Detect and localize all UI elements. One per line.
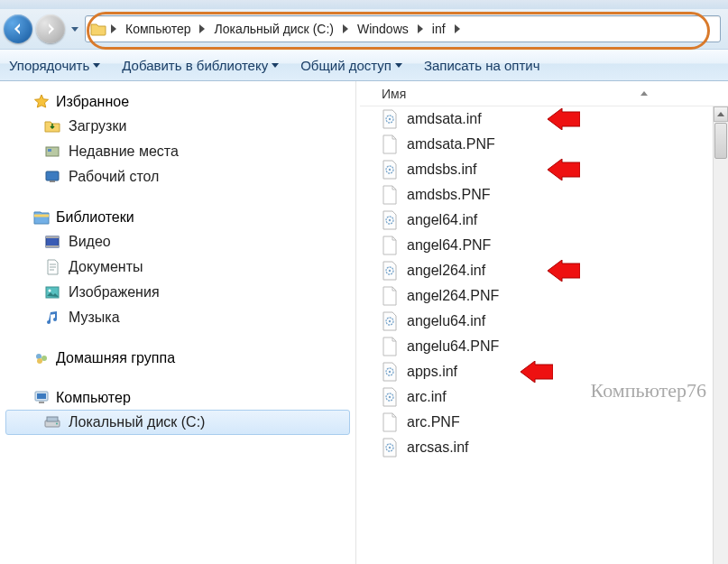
file-name-label: amdsbs.PNF	[407, 187, 490, 203]
svg-rect-13	[37, 393, 46, 399]
window-glass-top	[0, 0, 728, 9]
file-list-pane: Имя amdsata.infamdsata.PNFamdsbs.infamds…	[356, 81, 728, 564]
breadcrumb-arrow[interactable]	[196, 17, 208, 41]
toolbar-organize[interactable]: Упорядочить	[9, 58, 100, 73]
sidebar-item-music[interactable]: Музыка	[5, 305, 350, 330]
sidebar-item-pictures[interactable]: Изображения	[5, 280, 350, 305]
file-row[interactable]: angel64.inf	[360, 208, 728, 233]
file-row[interactable]: amdsbs.PNF	[360, 182, 728, 208]
desktop-icon	[43, 168, 61, 186]
toolbar: Упорядочить Добавить в библиотеку Общий …	[0, 49, 728, 81]
pnf-file-icon	[382, 185, 398, 205]
column-header-row: Имя	[360, 81, 728, 106]
svg-point-29	[389, 371, 391, 373]
caret-icon	[16, 393, 27, 403]
sidebar-item-label: Музыка	[69, 310, 120, 326]
svg-point-11	[37, 358, 42, 364]
sidebar-item-downloads[interactable]: Загрузки	[5, 114, 350, 139]
inf-file-icon	[382, 438, 398, 458]
svg-point-8	[49, 290, 51, 292]
file-row[interactable]: amdsata.PNF	[360, 132, 728, 157]
pnf-file-icon	[382, 236, 398, 255]
sidebar-item-video[interactable]: Видео	[5, 229, 350, 254]
file-row[interactable]: apps.inf	[360, 359, 728, 384]
chevron-down-icon	[272, 63, 279, 68]
breadcrumb-item[interactable]: inf	[427, 17, 451, 41]
file-row[interactable]: angel64.PNF	[360, 233, 728, 258]
column-header-name[interactable]: Имя	[382, 87, 406, 101]
toolbar-add-library[interactable]: Добавить в библиотеку	[122, 58, 279, 73]
sidebar-libraries-label: Библиотеки	[56, 209, 134, 226]
svg-rect-5	[46, 236, 59, 238]
sidebar-homegroup-label: Домашняя группа	[56, 350, 175, 366]
toolbar-burn[interactable]: Записать на оптич	[424, 58, 540, 73]
toolbar-share[interactable]: Общий доступ	[300, 58, 402, 73]
vertical-scrollbar[interactable]	[713, 106, 728, 564]
nav-back-button[interactable]	[4, 14, 32, 43]
breadcrumb-item[interactable]: Локальный диск (C:)	[208, 17, 339, 41]
file-row[interactable]: amdsbs.inf	[360, 157, 728, 182]
svg-point-17	[56, 423, 58, 425]
nav-history-dropdown[interactable]	[69, 18, 81, 40]
star-icon	[32, 93, 51, 111]
file-name-label: amdsbs.inf	[407, 162, 476, 178]
file-row[interactable]: arcsas.inf	[360, 435, 728, 460]
sidebar-libraries[interactable]: Библиотеки	[5, 206, 350, 229]
breadcrumb-arrow[interactable]	[414, 17, 427, 41]
main-split: Избранное Загрузки Недавние места Рабочи…	[0, 81, 728, 564]
svg-rect-1	[48, 149, 51, 152]
breadcrumb-root-arrow[interactable]	[107, 17, 120, 41]
file-row[interactable]: angel264.inf	[360, 258, 728, 283]
file-name-label: angelu64.PNF	[407, 338, 499, 355]
svg-point-10	[41, 356, 47, 361]
file-name-label: arc.PNF	[407, 414, 460, 430]
sidebar-item-recent[interactable]: Недавние места	[5, 139, 350, 164]
sidebar-item-documents[interactable]: Документы	[5, 254, 350, 280]
sidebar-item-desktop[interactable]: Рабочий стол	[5, 164, 350, 190]
inf-file-icon	[382, 109, 398, 129]
file-row[interactable]: angel264.PNF	[360, 283, 728, 309]
breadcrumb-item[interactable]: Windows	[352, 17, 414, 41]
pictures-icon	[43, 283, 61, 301]
folder-icon	[89, 20, 107, 38]
sidebar-favorites[interactable]: Избранное	[5, 90, 350, 114]
address-breadcrumb-bar[interactable]: Компьютер Локальный диск (C:) Windows in…	[85, 15, 721, 42]
inf-file-icon	[382, 160, 398, 180]
column-sort-icon[interactable]	[640, 91, 648, 96]
chevron-down-icon	[395, 63, 402, 68]
file-name-label: arcsas.inf	[407, 439, 468, 456]
sidebar-item-label: Загрузки	[69, 118, 126, 134]
file-name-label: amdsata.inf	[407, 111, 482, 127]
file-row[interactable]: arc.inf	[360, 384, 728, 410]
caret-icon	[16, 353, 27, 364]
file-row[interactable]: angelu64.PNF	[360, 334, 728, 359]
computer-icon	[32, 389, 51, 407]
pnf-file-icon	[382, 337, 398, 356]
nav-forward-button[interactable]	[36, 14, 65, 43]
sidebar-item-label: Документы	[69, 259, 143, 275]
address-bar-area: Компьютер Локальный диск (C:) Windows in…	[0, 9, 728, 49]
breadcrumb-arrow[interactable]	[451, 17, 464, 41]
toolbar-organize-label: Упорядочить	[9, 58, 89, 73]
svg-point-31	[389, 396, 391, 398]
file-row[interactable]: angelu64.inf	[360, 309, 728, 334]
file-row[interactable]: amdsata.inf	[360, 106, 728, 132]
sidebar-item-label: Видео	[69, 234, 111, 250]
breadcrumb-arrow[interactable]	[339, 17, 352, 41]
scroll-up-button[interactable]	[714, 106, 728, 122]
file-row[interactable]: arc.PNF	[360, 410, 728, 435]
pnf-file-icon	[382, 134, 398, 154]
sidebar-item-label: Недавние места	[69, 143, 179, 160]
folder-downloads-icon	[43, 117, 61, 135]
sidebar-computer[interactable]: Компьютер	[5, 386, 350, 410]
pnf-file-icon	[382, 286, 398, 306]
sidebar-item-local-disk-c[interactable]: Локальный диск (C:)	[5, 410, 350, 435]
breadcrumb-item[interactable]: Компьютер	[120, 17, 196, 41]
file-name-label: angel264.inf	[407, 263, 485, 279]
file-name-label: angel64.PNF	[407, 237, 491, 254]
file-name-label: angelu64.inf	[407, 313, 485, 329]
svg-point-21	[389, 169, 391, 171]
caret-icon	[16, 212, 27, 223]
sidebar-homegroup[interactable]: Домашняя группа	[5, 347, 350, 370]
scroll-thumb[interactable]	[714, 123, 727, 159]
